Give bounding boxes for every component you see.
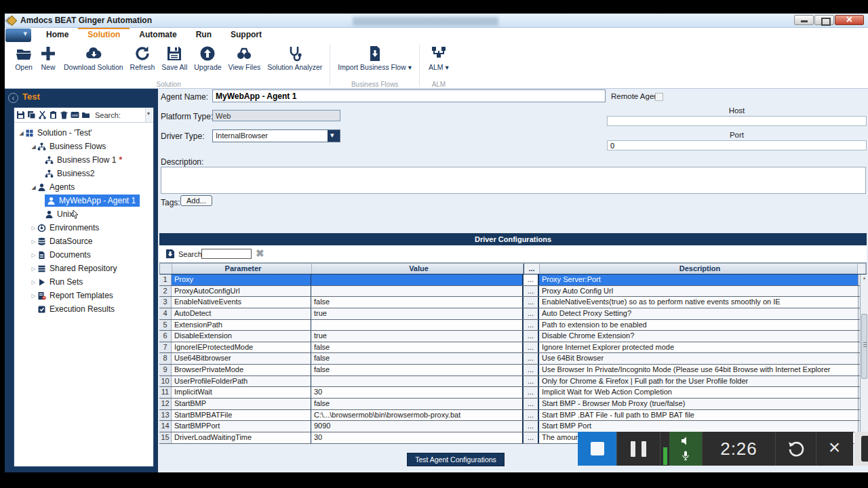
back-icon[interactable] (8, 93, 18, 103)
tree-item-unix[interactable]: Unix (14, 207, 153, 221)
table-row[interactable]: 6 DisableExtension true ... Disable Chro… (159, 331, 867, 342)
expander-expanded-icon[interactable]: ◢ (30, 184, 37, 190)
table-row[interactable]: 2 ProxyAutoConfigUrl ... Proxy Auto Conf… (159, 286, 867, 298)
expander-collapsed-icon[interactable]: ▷ (30, 252, 37, 258)
delete-icon[interactable] (60, 110, 68, 119)
expander-expanded-icon[interactable]: ◢ (30, 144, 37, 150)
tags-add-button[interactable]: Add... (180, 195, 212, 206)
chevron-down-icon[interactable] (328, 130, 340, 142)
alm-button[interactable]: ALM ▾ (425, 44, 452, 72)
download-solution-button[interactable]: Download Solution (60, 44, 127, 72)
edit-value-button[interactable]: ... (523, 399, 539, 409)
tree-item-solution-root[interactable]: ◢ Solution - 'Test' (14, 126, 153, 140)
col-parameter[interactable]: Parameter (172, 264, 312, 274)
table-row[interactable]: 8 Use64Bitbrowser false ... Use 64Bit Br… (159, 353, 867, 365)
edit-value-button[interactable]: ... (523, 331, 539, 342)
tab-home[interactable]: Home (37, 28, 78, 43)
edit-value-button[interactable]: ... (523, 353, 539, 364)
table-row[interactable]: 11 ImplicitWait 30 ... Implicit Wait for… (159, 387, 867, 399)
table-search-input[interactable] (201, 249, 252, 259)
tab-support[interactable]: Support (221, 28, 271, 43)
edit-value-button[interactable]: ... (523, 308, 539, 319)
expander-collapsed-icon[interactable]: ▷ (30, 225, 37, 231)
description-textarea[interactable] (161, 167, 866, 194)
recorder-close-button[interactable] (816, 432, 852, 466)
recorder-audio-section[interactable] (660, 432, 703, 466)
recorder-restart-button[interactable] (776, 432, 816, 466)
edit-value-button[interactable]: ... (523, 320, 539, 331)
edit-value-button[interactable]: ... (523, 376, 539, 387)
edit-value-button[interactable]: ... (523, 387, 539, 398)
edit-value-button[interactable]: ... (523, 421, 539, 432)
edit-value-button[interactable]: ... (523, 286, 539, 297)
expander-collapsed-icon[interactable]: ▷ (30, 293, 37, 299)
search-dropdown-icon[interactable] (145, 108, 153, 122)
edit-value-button[interactable]: ... (523, 297, 539, 308)
import-business-flow-button[interactable]: Import Business Flow ▾ (334, 44, 415, 72)
refresh-button[interactable]: Refresh (127, 44, 159, 72)
tab-solution[interactable]: Solution (78, 28, 130, 43)
copy-icon[interactable] (27, 110, 36, 119)
table-row[interactable]: 3 EnableNativeEvents false ... EnableNat… (159, 297, 867, 308)
tree-item-mywebapp-agent-1[interactable]: MyWebApp - Agent 1 (14, 194, 153, 207)
edit-value-button[interactable]: ... (523, 410, 539, 421)
edit-value-button[interactable]: ... (523, 274, 539, 285)
view-files-button[interactable]: View Files (225, 44, 264, 72)
table-row[interactable]: 4 AutoDetect true ... Auto Detect Proxy … (159, 308, 867, 320)
tree-item-datasource[interactable]: ▷ DataSource (14, 235, 153, 248)
app-menu-button[interactable] (5, 28, 31, 42)
tab-run[interactable]: Run (186, 28, 221, 43)
remote-agent-checkbox[interactable] (655, 93, 663, 101)
col-description[interactable]: Description (540, 264, 858, 274)
host-input[interactable] (607, 116, 867, 126)
driver-type-dropdown[interactable]: InternalBrowser (212, 129, 340, 142)
save-all-button[interactable]: Save All (158, 44, 191, 72)
scroll-up-icon[interactable] (861, 275, 867, 282)
tree-item-business-flow-1[interactable]: Business Flow 1 * (14, 153, 153, 167)
new-button[interactable]: New (36, 44, 60, 72)
open-button[interactable]: Open (12, 44, 36, 72)
tab-automate[interactable]: Automate (130, 28, 186, 43)
expander-collapsed-icon[interactable]: ▷ (30, 279, 37, 285)
table-row[interactable]: 12 StartBMP false ... Start BMP - Browse… (159, 399, 867, 410)
edit-value-button[interactable]: ... (523, 365, 539, 375)
edit-value-button[interactable]: ... (523, 432, 539, 443)
table-row[interactable]: 14 StartBMPPort 9090 ... Start BMP Port (159, 421, 867, 432)
cut-icon[interactable] (38, 110, 47, 119)
expander-collapsed-icon[interactable]: ▷ (30, 239, 37, 245)
table-row[interactable]: 9 BrowserPrivateMode false ... Use Brows… (159, 365, 867, 376)
tree-item-report-templates[interactable]: ▷ Report Templates (14, 289, 153, 302)
close-button[interactable] (835, 15, 864, 25)
paste-icon[interactable] (49, 110, 58, 119)
minimize-button[interactable] (794, 15, 814, 25)
scrollbar-thumb[interactable] (861, 314, 867, 379)
filter-document-icon[interactable] (165, 249, 175, 259)
table-row[interactable]: 10 UserProfileFolderPath ... Only for Ch… (159, 376, 867, 388)
tree-item-business2[interactable]: Business2 (14, 167, 153, 180)
tree-item-documents[interactable]: ▷ Documents (14, 248, 153, 262)
solution-analyzer-button[interactable]: Solution Analyzer (264, 44, 326, 72)
selected-tree-item[interactable]: MyWebApp - Agent 1 (45, 195, 140, 207)
table-row[interactable]: 1 Proxy ... Proxy Server:Port (159, 274, 867, 286)
table-row[interactable]: 13 StartBMPBATFile C:\...\browsermob\bin… (159, 410, 867, 422)
test-agent-configurations-button[interactable]: Test Agent Configurations (407, 453, 505, 466)
xml-icon[interactable]: xml (71, 110, 79, 119)
edit-value-button[interactable]: ... (523, 342, 539, 353)
tree-item-environments[interactable]: ▷ Environments (14, 221, 153, 235)
folder-icon[interactable] (81, 110, 90, 119)
agent-name-input[interactable] (212, 89, 606, 102)
maximize-button[interactable] (814, 15, 834, 25)
tree-item-execution-results[interactable]: Execution Results (14, 302, 153, 316)
tree-item-shared-repository[interactable]: ▷ Shared Repository (14, 262, 153, 275)
port-input[interactable] (607, 140, 867, 150)
table-row[interactable]: 5 ExtensionPath ... Path to extension to… (159, 320, 867, 331)
tree-item-run-sets[interactable]: ▷ Run Sets (14, 275, 153, 289)
upgrade-button[interactable]: Upgrade (191, 44, 224, 72)
clear-search-icon[interactable] (256, 247, 264, 260)
tree-item-business-flows[interactable]: ◢ Business Flows (14, 140, 153, 153)
recorder-pause-button[interactable] (617, 432, 660, 466)
expander-collapsed-icon[interactable]: ▷ (30, 266, 37, 272)
table-scrollbar[interactable] (860, 274, 868, 443)
save-icon[interactable] (16, 110, 25, 119)
expander-expanded-icon[interactable]: ◢ (18, 130, 25, 136)
